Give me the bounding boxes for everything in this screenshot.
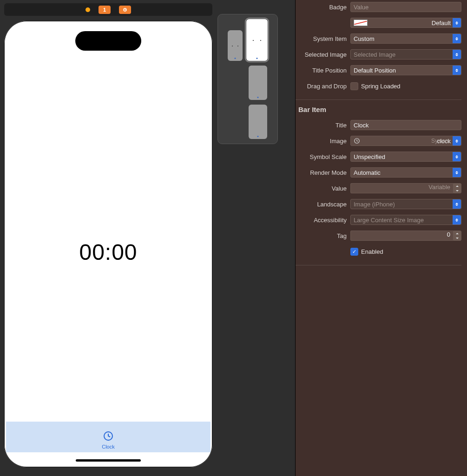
spring-loaded-checkbox[interactable] — [350, 82, 358, 90]
stepper-up-icon[interactable] — [454, 184, 461, 188]
section-separator — [296, 265, 461, 265]
stepper-down-icon[interactable] — [454, 188, 461, 193]
symbol-scale-value: Unspecified — [354, 153, 385, 160]
drag-and-drop-label: Drag and Drop — [296, 83, 350, 90]
canvas-area: 1 00:00 Clock — [0, 0, 295, 476]
title-label: Title — [296, 122, 350, 129]
badge-input[interactable]: Value — [350, 2, 461, 12]
enabled-checkbox[interactable] — [350, 248, 358, 256]
image-system-tag: System — [431, 138, 450, 144]
selected-image-placeholder: Selected Image — [354, 51, 395, 58]
image-popup[interactable]: clock System — [350, 136, 461, 146]
popup-arrows-icon — [453, 34, 461, 43]
bar-item-section-title: Bar Item — [298, 106, 461, 113]
issues-toolbar[interactable]: 1 — [4, 3, 212, 16]
popup-arrows-icon — [453, 18, 461, 27]
render-mode-value: Automatic — [354, 169, 381, 176]
value-input[interactable]: Variable — [350, 183, 453, 193]
popup-arrows-icon — [453, 199, 461, 209]
title-position-value: Default Position — [354, 67, 396, 74]
image-label: Image — [296, 138, 350, 145]
spring-loaded-checkbox-label: Spring Loaded — [361, 83, 401, 90]
tag-input[interactable]: 0 — [350, 231, 453, 241]
home-indicator — [76, 459, 141, 462]
tag-label: Tag — [296, 232, 350, 239]
badge-label: Badge — [296, 4, 350, 11]
tab-bar-item-label: Clock — [102, 444, 115, 450]
symbol-scale-popup[interactable]: Unspecified — [350, 152, 461, 162]
system-item-label: System Item — [296, 35, 350, 42]
selected-image-popup[interactable]: Selected Image — [350, 49, 461, 60]
clock-icon — [103, 430, 114, 443]
landscape-placeholder: Image (iPhone) — [354, 201, 395, 208]
runtime-issue-icon[interactable] — [119, 6, 131, 14]
minimap-scene-2-selected[interactable] — [246, 19, 268, 61]
stepper-down-icon[interactable] — [454, 236, 461, 240]
section-separator — [296, 99, 461, 100]
device-notch — [75, 31, 141, 51]
popup-arrows-icon — [453, 136, 461, 145]
accessibility-placeholder: Large Content Size Image — [354, 217, 424, 224]
minimap-scene-1[interactable] — [228, 30, 243, 61]
color-swatch-default — [354, 20, 368, 26]
scene-minimap[interactable] — [217, 14, 278, 144]
popup-arrows-icon — [453, 168, 461, 177]
value-label: Value — [296, 185, 350, 192]
popup-arrows-icon — [453, 66, 461, 75]
title-position-popup[interactable]: Default Position — [350, 65, 461, 75]
render-mode-label: Render Mode — [296, 169, 350, 176]
warning-dot-icon — [86, 7, 90, 12]
landscape-popup[interactable]: Image (iPhone) — [350, 199, 461, 209]
clock-symbol-icon — [354, 138, 360, 144]
accessibility-label: Accessibility — [296, 217, 350, 224]
selected-image-label: Selected Image — [296, 51, 350, 58]
title-input[interactable]: Clock — [350, 120, 461, 130]
landscape-label: Landscape — [296, 201, 350, 208]
tab-bar-item-clock[interactable]: Clock — [102, 430, 115, 450]
device-tab-bar[interactable]: Clock — [6, 422, 210, 452]
tag-stepper[interactable] — [453, 231, 461, 241]
render-mode-popup[interactable]: Automatic — [350, 167, 461, 178]
popup-arrows-icon — [453, 152, 461, 161]
title-position-label: Title Position — [296, 67, 350, 74]
system-item-value: Custom — [354, 35, 375, 42]
popup-arrows-icon — [453, 50, 461, 59]
system-item-popup[interactable]: Custom — [350, 33, 461, 44]
minimap-scene-3[interactable] — [249, 66, 267, 100]
enabled-checkbox-label: Enabled — [361, 248, 383, 255]
accessibility-popup[interactable]: Large Content Size Image — [350, 215, 461, 225]
symbol-scale-label: Symbol Scale — [296, 153, 350, 160]
device-simulator[interactable]: 00:00 Clock — [4, 21, 212, 467]
stepper-up-icon[interactable] — [454, 231, 461, 236]
minimap-scene-4[interactable] — [249, 105, 267, 139]
warning-count-badge[interactable]: 1 — [99, 6, 111, 14]
popup-arrows-icon — [453, 215, 461, 225]
badge-color-value: Default — [432, 20, 451, 26]
timer-label[interactable]: 00:00 — [4, 239, 212, 265]
value-stepper[interactable] — [453, 183, 461, 193]
attributes-inspector: Badge Value Default System Item Custom S… — [295, 0, 467, 476]
badge-color-popup[interactable]: Default — [350, 18, 461, 28]
